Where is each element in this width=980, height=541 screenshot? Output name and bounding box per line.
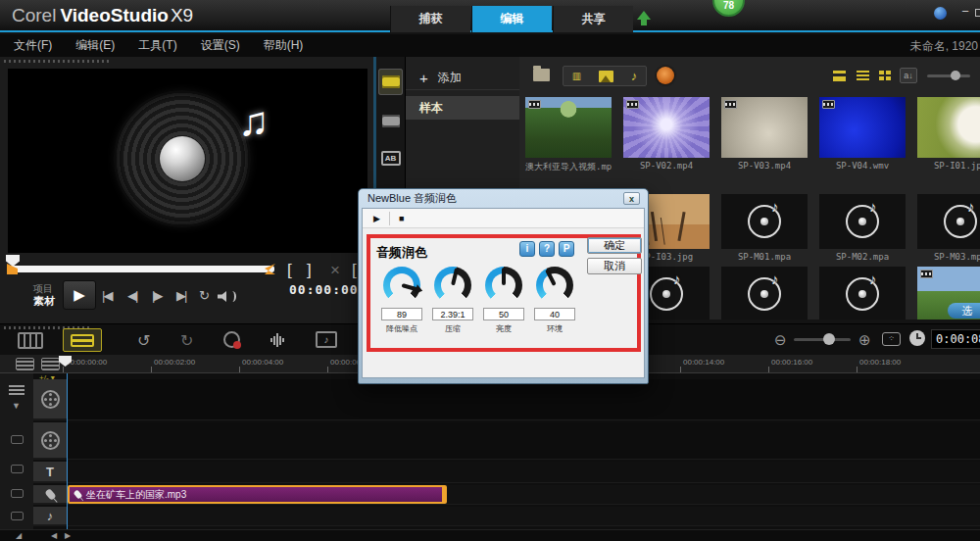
slider-knob[interactable] <box>951 71 960 80</box>
tab-share[interactable]: 共享 <box>553 6 633 32</box>
video-track-lane[interactable] <box>68 379 980 420</box>
noise-reduction-knob[interactable] <box>383 267 420 304</box>
dialog-stop-button[interactable]: ■ <box>399 214 404 223</box>
next-frame-button[interactable]: |▶ <box>152 288 161 303</box>
help-button[interactable]: ? <box>539 241 555 257</box>
ripple-toggle[interactable] <box>11 465 24 473</box>
import-folder-icon[interactable] <box>533 69 550 81</box>
menu-help[interactable]: 帮助(H) <box>264 37 304 54</box>
knob-value-field[interactable]: 89 <box>381 308 422 320</box>
media-item[interactable]: ♪ SP-M01.mpa <box>721 194 808 262</box>
repeat-button[interactable]: ↻ <box>199 288 210 303</box>
record-capture-button[interactable] <box>223 331 240 348</box>
brightness-knob[interactable] <box>485 267 522 304</box>
ripple-toggle[interactable] <box>11 435 24 444</box>
scroll-left-button[interactable]: ◀ <box>51 531 57 540</box>
zoom-in-button[interactable]: ⊕ <box>858 331 871 349</box>
options-button[interactable]: 选 <box>948 303 980 319</box>
track-dropdown-icon[interactable]: ▼ <box>12 401 21 411</box>
media-item[interactable]: ♪ SP-M02.mpa <box>819 194 906 262</box>
ripple-toggle[interactable] <box>11 512 24 520</box>
scroll-right-button[interactable]: ▶ <box>65 531 71 540</box>
view-single-button[interactable] <box>831 69 848 83</box>
knob-value-field[interactable]: 2.39:1 <box>432 308 473 320</box>
undo-button[interactable]: ↺ <box>137 331 150 350</box>
title-track-lane[interactable] <box>68 462 980 483</box>
end-button[interactable]: ▶| <box>176 288 185 303</box>
music-track-header[interactable]: ♪ <box>33 507 67 526</box>
ripple-toggle[interactable] <box>11 489 24 498</box>
media-item[interactable]: SP-V04.wmv <box>819 97 906 171</box>
sound-mixer-button[interactable] <box>270 333 290 347</box>
voice-track-header[interactable] <box>33 485 67 505</box>
show-all-tracks-button[interactable] <box>16 358 34 370</box>
video-track-header[interactable] <box>33 379 67 420</box>
trim-end-handle[interactable] <box>265 264 275 274</box>
transition-category-button[interactable] <box>378 108 403 134</box>
mark-out-button[interactable]: ] <box>307 261 312 280</box>
ambience-knob[interactable] <box>536 267 573 304</box>
360-video-icon[interactable] <box>657 67 674 84</box>
media-item[interactable]: SP-I01.jpg <box>917 97 980 171</box>
overlay-track-header[interactable] <box>33 422 67 460</box>
play-button[interactable]: ▶ <box>63 280 96 310</box>
photo-filter-icon[interactable] <box>599 71 613 82</box>
upload-arrow-icon[interactable] <box>637 11 651 26</box>
dialog-close-button[interactable]: x <box>623 192 640 205</box>
storyboard-view-button[interactable] <box>18 332 43 349</box>
knob-value-field[interactable]: 40 <box>534 308 575 320</box>
slider-knob[interactable] <box>823 333 835 345</box>
ramp-icon[interactable]: ◢ <box>16 531 22 540</box>
enlarge-button[interactable]: [ <box>352 261 357 280</box>
title-category-button[interactable]: AB <box>378 145 403 172</box>
redo-button[interactable]: ↻ <box>180 331 193 350</box>
timeline-view-button[interactable] <box>63 328 102 352</box>
minimize-button[interactable]: − <box>958 4 972 20</box>
media-item[interactable]: ♪ <box>721 267 808 320</box>
title-track-header[interactable]: T <box>33 462 67 483</box>
timeline-zoom-slider[interactable] <box>794 338 851 341</box>
media-item[interactable]: ♪ <box>819 267 906 320</box>
track-manager-button[interactable] <box>41 358 60 370</box>
menu-tools[interactable]: 工具(T) <box>138 37 176 54</box>
menu-file[interactable]: 文件(F) <box>14 37 52 54</box>
knob-value-field[interactable]: 50 <box>483 308 524 320</box>
sort-button[interactable]: a↓ <box>900 68 917 83</box>
tab-capture[interactable]: 捕获 <box>390 6 470 32</box>
media-item[interactable]: SP-V03.mp4 <box>721 97 808 171</box>
preset-button[interactable]: P <box>559 241 574 257</box>
audio-clip[interactable]: 坐在矿车上的国家.mp3 <box>68 485 447 504</box>
menu-settings[interactable]: 设置(S) <box>201 37 240 54</box>
media-category-button[interactable] <box>378 69 403 95</box>
media-item[interactable]: 澳大利亚导入视频.mp4 <box>525 97 612 173</box>
video-filter-icon[interactable]: ▥ <box>572 71 581 81</box>
tab-edit[interactable]: 编辑 <box>471 6 552 32</box>
help-globe-icon[interactable] <box>934 7 947 20</box>
gallery-item-sample[interactable]: 样本 <box>406 96 520 120</box>
compression-knob[interactable] <box>434 267 471 304</box>
volume-icon[interactable] <box>218 290 237 303</box>
duration-clock-button[interactable] <box>909 330 925 346</box>
dialog-title-bar[interactable]: NewBlue 音频润色 <box>362 189 645 208</box>
trim-start-handle[interactable] <box>7 264 18 274</box>
media-item[interactable]: ♪ SP-M03.mpa <box>917 194 980 262</box>
home-button[interactable]: |◀ <box>102 288 111 303</box>
fit-project-button[interactable]: ⁘ <box>882 332 901 346</box>
audio-filter-icon[interactable]: ♪ <box>631 69 638 83</box>
music-track-lane[interactable] <box>68 507 980 526</box>
cancel-button[interactable]: 取消 <box>587 258 642 274</box>
project-duration-timecode[interactable]: 0:00:08 <box>931 329 980 349</box>
mode-project[interactable]: 项目 <box>33 282 55 295</box>
view-thumbnail-button[interactable] <box>876 69 893 83</box>
menu-edit[interactable]: 编辑(E) <box>75 37 115 54</box>
maximize-button[interactable] <box>975 9 980 17</box>
track-options-icon[interactable] <box>9 385 24 396</box>
overlay-track-lane[interactable] <box>68 422 980 460</box>
mark-in-button[interactable]: [ <box>287 261 292 280</box>
dialog-play-button[interactable]: ▶ <box>373 214 380 223</box>
previous-frame-button[interactable]: ◀| <box>127 288 136 303</box>
thumbnail-zoom-slider[interactable] <box>927 74 970 77</box>
info-button[interactable]: i <box>519 241 535 257</box>
split-clip-button[interactable]: × <box>330 261 340 280</box>
ok-button[interactable]: 确定 <box>587 237 642 254</box>
